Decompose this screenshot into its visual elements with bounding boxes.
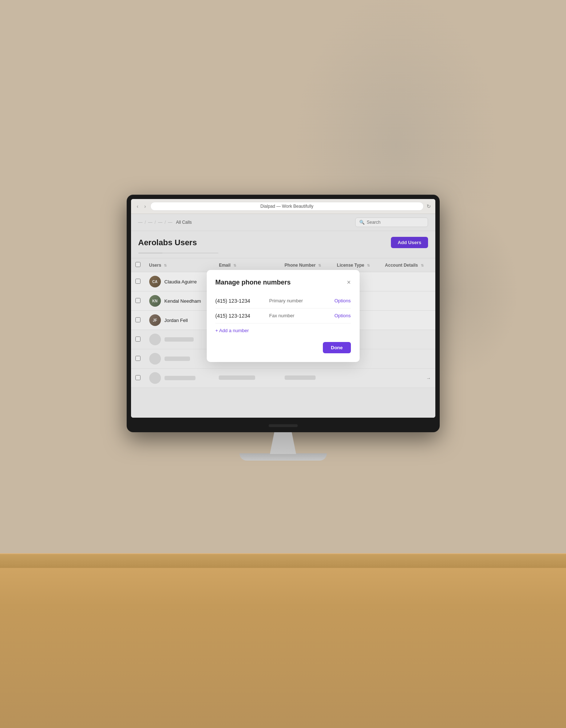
- options-link-1[interactable]: Options: [335, 298, 351, 303]
- phone-row-1: (415) 123-1234 Primary number Options: [215, 294, 351, 309]
- browser-title: Dialpad — Work Beautifully: [260, 204, 313, 209]
- forward-button[interactable]: ›: [143, 203, 147, 210]
- browser-chrome: ‹ › Dialpad — Work Beautifully ↻: [131, 199, 435, 214]
- add-number-button[interactable]: + Add a number: [215, 323, 249, 338]
- app-content: — / — / — / — All Calls 🔍: [131, 214, 435, 418]
- modal-footer: Done: [215, 342, 351, 353]
- add-number-row: + Add a number: [215, 323, 351, 338]
- done-button[interactable]: Done: [323, 342, 351, 353]
- stand-neck: [261, 432, 305, 454]
- stand-base: [240, 453, 327, 461]
- modal-close-button[interactable]: ×: [347, 279, 351, 286]
- modal-header: Manage phone numbers ×: [215, 279, 351, 286]
- phone-number-1: (415) 123-1234: [215, 298, 266, 304]
- back-button[interactable]: ‹: [135, 203, 140, 210]
- phone-type-2: Fax number: [269, 313, 332, 318]
- manage-phone-modal: Manage phone numbers × (415) 123-1234 Pr…: [207, 270, 360, 362]
- options-link-2[interactable]: Options: [335, 313, 351, 318]
- phone-type-1: Primary number: [269, 298, 332, 303]
- modal-overlay: Manage phone numbers × (415) 123-1234 Pr…: [131, 214, 435, 418]
- address-bar: Dialpad — Work Beautifully: [150, 202, 424, 211]
- refresh-button[interactable]: ↻: [427, 203, 431, 209]
- phone-row-2: (415) 123-1234 Fax number Options: [215, 309, 351, 323]
- modal-title: Manage phone numbers: [215, 279, 291, 286]
- phone-number-2: (415) 123-1234: [215, 313, 266, 319]
